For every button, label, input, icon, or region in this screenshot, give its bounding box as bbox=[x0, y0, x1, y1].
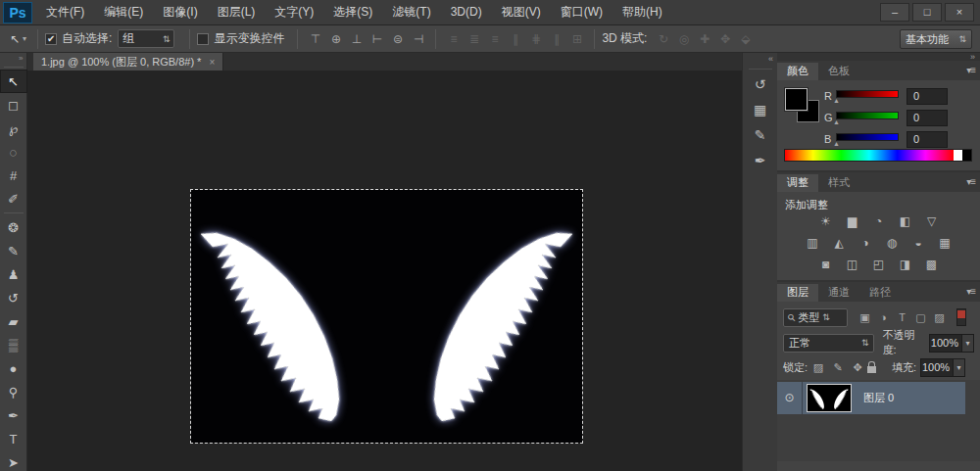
visibility-eye-icon[interactable]: ⊙ bbox=[777, 382, 803, 414]
tool-rectangular-marquee[interactable]: ◻ bbox=[1, 93, 26, 117]
blend-mode-dropdown[interactable]: 正常 ⇅ bbox=[783, 334, 874, 353]
tool-type[interactable]: T bbox=[1, 427, 26, 450]
3d-roll-icon[interactable]: ◎ bbox=[673, 29, 694, 49]
distribute-right-edges-icon[interactable]: ∥ bbox=[546, 29, 566, 49]
auto-align-layers-icon[interactable]: ⊞ bbox=[566, 29, 587, 49]
menu-window[interactable]: 窗口(W) bbox=[551, 0, 612, 25]
adjust-invert-icon[interactable]: ◙ bbox=[816, 257, 836, 272]
document-tab[interactable]: 1.jpg @ 100% (图层 0, RGB/8#) * × bbox=[33, 53, 223, 71]
auto-select-checkbox[interactable]: ✔ bbox=[45, 33, 57, 45]
layer-name[interactable]: 图层 0 bbox=[863, 391, 894, 405]
filter-pixel-layers-icon[interactable]: ▣ bbox=[856, 308, 874, 326]
green-value-field[interactable]: 0 bbox=[906, 110, 948, 126]
adjust-exposure-icon[interactable]: ◧ bbox=[896, 213, 915, 229]
menu-filter[interactable]: 滤镜(T) bbox=[382, 0, 440, 25]
tool-gradient[interactable]: ▒ bbox=[1, 333, 26, 356]
tab-paths[interactable]: 路径 bbox=[859, 284, 901, 302]
fill-value[interactable]: 100% bbox=[920, 358, 954, 377]
tab-styles[interactable]: 样式 bbox=[818, 174, 859, 192]
distribute-vertical-centers-icon[interactable]: ≣ bbox=[464, 29, 484, 49]
adjust-black-white-icon[interactable]: ◑ bbox=[856, 235, 875, 251]
3d-rotate-icon[interactable]: ↻ bbox=[653, 29, 673, 49]
panels-collapse-icon[interactable]: » bbox=[777, 53, 980, 61]
color-spectrum-ramp[interactable] bbox=[784, 149, 972, 162]
layer-row-selected[interactable]: ⊙ 图层 0 bbox=[777, 382, 965, 414]
tab-swatches[interactable]: 色板 bbox=[818, 63, 859, 80]
blue-value-field[interactable]: 0 bbox=[906, 131, 948, 148]
adjust-posterize-icon[interactable]: ◫ bbox=[843, 257, 862, 272]
3d-scale-icon[interactable]: ⬙ bbox=[735, 29, 756, 49]
align-left-edges-icon[interactable]: ⊢ bbox=[367, 29, 387, 49]
filter-type-layers-icon[interactable]: T bbox=[893, 308, 911, 326]
adjust-curves-icon[interactable]: ◔ bbox=[869, 213, 889, 229]
dock-expand-icon[interactable]: « bbox=[743, 53, 777, 66]
3d-slide-icon[interactable]: ✥ bbox=[714, 29, 735, 49]
spectrum-black-swatch[interactable] bbox=[962, 150, 971, 161]
panel-menu-icon[interactable]: ▾≡ bbox=[966, 65, 975, 75]
slider-thumb[interactable]: ▲ bbox=[833, 118, 840, 125]
opacity-field[interactable]: 100% ▾ bbox=[929, 334, 974, 353]
filter-shape-layers-icon[interactable]: ▢ bbox=[911, 308, 930, 326]
tool-blur[interactable]: ● bbox=[1, 356, 26, 380]
close-button[interactable]: × bbox=[945, 3, 974, 22]
adjust-brightness-contrast-icon[interactable]: ☀ bbox=[816, 213, 836, 229]
menu-type[interactable]: 文字(Y) bbox=[265, 0, 323, 25]
dock-brush-presets-icon[interactable]: ✒ bbox=[748, 149, 773, 172]
adjust-channel-mixer-icon[interactable]: ◒ bbox=[908, 235, 928, 251]
filter-adjustment-layers-icon[interactable]: ◑ bbox=[874, 308, 893, 326]
tool-crop[interactable]: # bbox=[1, 164, 26, 187]
dock-history-icon[interactable]: ↺ bbox=[748, 72, 773, 96]
auto-select-target-dropdown[interactable]: 组 ⇅ bbox=[118, 29, 174, 48]
menu-edit[interactable]: 编辑(E) bbox=[94, 0, 153, 25]
tab-channels[interactable]: 通道 bbox=[818, 284, 859, 302]
adjust-selective-color-icon[interactable]: ▩ bbox=[922, 257, 942, 272]
tool-eraser[interactable]: ▰ bbox=[1, 309, 26, 333]
distribute-horizontal-centers-icon[interactable]: ⋕ bbox=[525, 29, 546, 49]
lock-position-icon[interactable]: ✥ bbox=[851, 360, 864, 374]
tool-quick-selection[interactable]: ◌ bbox=[1, 140, 26, 164]
align-horizontal-centers-icon[interactable]: ⊜ bbox=[387, 29, 408, 49]
menu-view[interactable]: 视图(V) bbox=[492, 0, 551, 25]
panel-menu-icon[interactable]: ▾≡ bbox=[966, 176, 975, 187]
layer-filter-type-dropdown[interactable]: ⚲ 类型 ⇅ bbox=[783, 308, 848, 327]
slider-thumb[interactable]: ▲ bbox=[833, 97, 840, 104]
dock-properties-icon[interactable]: ▦ bbox=[748, 98, 773, 121]
tool-spot-healing-brush[interactable]: ❂ bbox=[1, 215, 26, 239]
slider-thumb[interactable]: ▲ bbox=[833, 140, 840, 147]
foreground-background-swatches[interactable] bbox=[785, 88, 824, 127]
distribute-bottom-edges-icon[interactable]: ≡ bbox=[484, 29, 505, 49]
adjust-color-balance-icon[interactable]: ◭ bbox=[829, 235, 849, 251]
opacity-value[interactable]: 100% bbox=[929, 334, 962, 353]
spectrum-gradient[interactable] bbox=[785, 150, 954, 161]
foreground-color-swatch[interactable] bbox=[785, 88, 808, 111]
dock-tool-presets-icon[interactable]: ✎ bbox=[748, 123, 773, 147]
close-tab-icon[interactable]: × bbox=[209, 57, 215, 68]
fill-field[interactable]: 100% ▾ bbox=[920, 358, 965, 377]
menu-3d[interactable]: 3D(D) bbox=[441, 0, 492, 25]
distribute-left-edges-icon[interactable]: ∥ bbox=[505, 29, 525, 49]
menu-file[interactable]: 文件(F) bbox=[36, 0, 94, 25]
spectrum-white-swatch[interactable] bbox=[954, 150, 962, 161]
workspace-switcher[interactable]: 基本功能 ⇅ bbox=[900, 29, 972, 49]
distribute-top-edges-icon[interactable]: ≡ bbox=[443, 29, 464, 49]
panel-menu-icon[interactable]: ▾≡ bbox=[966, 286, 975, 297]
align-vertical-centers-icon[interactable]: ⊕ bbox=[325, 29, 346, 49]
menu-layer[interactable]: 图层(L) bbox=[208, 0, 266, 25]
show-transform-checkbox[interactable] bbox=[197, 33, 209, 45]
lock-transparent-pixels-icon[interactable]: ▨ bbox=[811, 360, 825, 374]
menu-image[interactable]: 图像(I) bbox=[153, 0, 207, 25]
tool-pen[interactable]: ✒ bbox=[1, 403, 26, 427]
maximize-button[interactable]: □ bbox=[912, 3, 942, 22]
current-tool-preset[interactable]: ↖ ▾ bbox=[6, 30, 30, 48]
chevron-down-icon[interactable]: ▾ bbox=[954, 358, 965, 377]
red-value-field[interactable]: 0 bbox=[906, 88, 948, 105]
blue-slider-track[interactable] bbox=[836, 133, 899, 141]
canvas-document[interactable] bbox=[191, 190, 582, 443]
align-top-edges-icon[interactable]: ⊤ bbox=[305, 29, 325, 49]
tool-dodge[interactable]: ⚲ bbox=[1, 380, 26, 403]
filter-smart-objects-icon[interactable]: ▨ bbox=[930, 308, 949, 326]
3d-drag-icon[interactable]: ✚ bbox=[694, 29, 714, 49]
minimize-button[interactable]: – bbox=[880, 3, 909, 22]
tool-path-selection[interactable]: ➤ bbox=[1, 450, 26, 471]
adjust-color-lookup-icon[interactable]: ▦ bbox=[935, 235, 955, 251]
